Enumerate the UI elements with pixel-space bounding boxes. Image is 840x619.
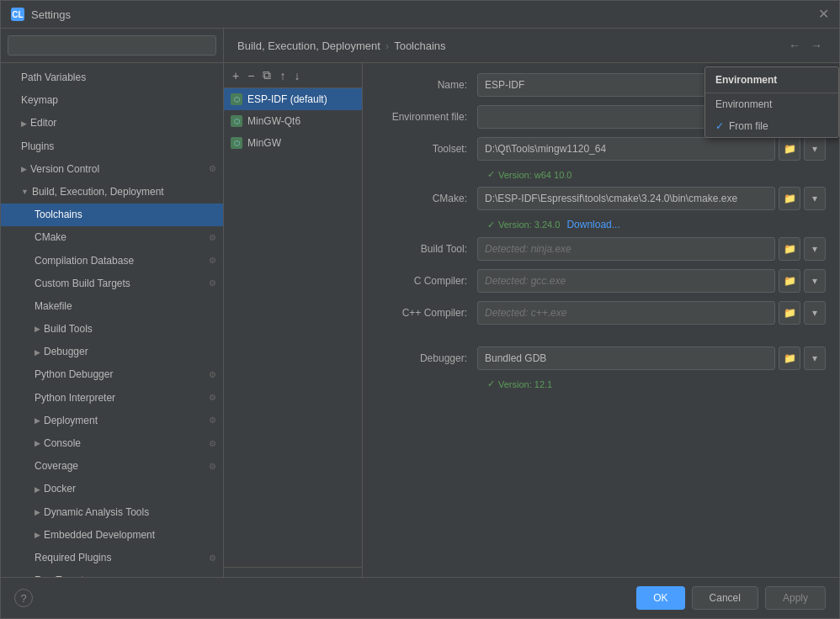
sidebar-item-debugger[interactable]: ▶ Debugger [1, 341, 223, 363]
sidebar-item-run-targets[interactable]: Run Targets ⚙ [1, 569, 223, 577]
search-input[interactable] [8, 35, 216, 56]
expand-icon: ▶ [35, 506, 40, 518]
sidebar-item-compilation-db[interactable]: Compilation Database ⚙ [1, 250, 223, 272]
move-down-button[interactable]: ↓ [290, 66, 303, 84]
cmake-browse-button[interactable]: 📁 [779, 187, 800, 210]
move-up-button[interactable]: ↑ [276, 66, 289, 84]
config-icon: ⚙ [209, 231, 216, 245]
cpp-compiler-label: C++ Compiler: [376, 307, 477, 319]
check-icon: ✓ [487, 169, 495, 180]
dropdown-item-from-file[interactable]: ✓ From file [705, 115, 838, 137]
sidebar-item-dynamic-analysis[interactable]: ▶ Dynamic Analysis Tools [1, 501, 223, 524]
cpp-compiler-browse-button[interactable]: 📁 [779, 301, 800, 325]
sidebar-item-path-variables[interactable]: Path Variables [1, 66, 223, 89]
toolset-control: 📁 ▾ [477, 137, 826, 161]
debugger-dropdown-button[interactable]: ▾ [804, 347, 826, 370]
sidebar-label: Embedded Development [44, 527, 155, 543]
toolchain-item[interactable]: ⬡ ESP-IDF (default) [224, 88, 362, 110]
toolset-browse-button[interactable]: 📁 [779, 137, 800, 161]
name-label: Name: [376, 79, 477, 91]
config-icon: ⚙ [209, 391, 216, 405]
sidebar-item-editor[interactable]: ▶ Editor [1, 112, 223, 135]
sidebar-item-python-debugger[interactable]: Python Debugger ⚙ [1, 363, 223, 386]
sidebar-label: CMake [35, 230, 66, 246]
sidebar-item-plugins[interactable]: Plugins [1, 135, 223, 158]
sidebar-item-docker[interactable]: ▶ Docker [1, 478, 223, 500]
config-icon: ⚙ [209, 277, 216, 290]
config-icon: ⚙ [209, 254, 216, 267]
cancel-button[interactable]: Cancel [692, 586, 758, 610]
sidebar-item-required-plugins[interactable]: Required Plugins ⚙ [1, 547, 223, 569]
cpp-compiler-dropdown-button[interactable]: ▾ [804, 301, 826, 325]
c-compiler-input[interactable] [477, 269, 775, 293]
sidebar-item-embedded-dev[interactable]: ▶ Embedded Development [1, 524, 223, 547]
sidebar-label: Compilation Database [35, 253, 134, 269]
cmake-input[interactable] [477, 187, 775, 210]
check-icon: ✓ [715, 120, 724, 132]
nav-back-button[interactable]: ← [785, 37, 804, 54]
sidebar-item-makefile[interactable]: Makefile [1, 295, 223, 318]
expand-icon: ▶ [21, 118, 27, 130]
debugger-row: Debugger: 📁 ▾ [376, 347, 826, 370]
sidebar-item-coverage[interactable]: Coverage ⚙ [1, 455, 223, 478]
cmake-version: Version: 3.24.0 [498, 220, 560, 230]
sidebar-label: Dynamic Analysis Tools [44, 505, 149, 521]
apply-button[interactable]: Apply [765, 586, 826, 610]
build-tool-browse-button[interactable]: 📁 [779, 237, 800, 261]
close-button[interactable]: ✕ [818, 8, 829, 21]
right-panel: Build, Execution, Deployment › Toolchain… [224, 29, 839, 577]
breadcrumb-parent: Build, Execution, Deployment [237, 40, 380, 52]
toolchain-icon: ⬡ [231, 115, 242, 127]
download-link[interactable]: Download... [566, 219, 619, 230]
c-compiler-control: 📁 ▾ [477, 269, 826, 293]
expand-icon: ▶ [35, 415, 40, 426]
build-tool-dropdown-button[interactable]: ▾ [804, 237, 826, 261]
check-icon: ✓ [487, 378, 495, 389]
cmake-control: 📁 ▾ [477, 187, 826, 210]
toolchain-label: ESP-IDF (default) [247, 93, 327, 105]
debugger-input[interactable] [477, 347, 775, 370]
toolset-version-info: ✓ Version: w64 10.0 [376, 169, 826, 180]
cpp-compiler-row: C++ Compiler: 📁 ▾ [376, 301, 826, 325]
copy-toolchain-button[interactable]: ⧉ [259, 66, 274, 84]
debugger-browse-button[interactable]: 📁 [779, 347, 800, 370]
toolchain-item[interactable]: ⬡ MinGW [224, 132, 362, 154]
panel-header: Build, Execution, Deployment › Toolchain… [224, 29, 839, 63]
dropdown-item-environment[interactable]: Environment [705, 93, 838, 115]
sidebar-item-version-control[interactable]: ▶ Version Control ⚙ [1, 158, 223, 181]
sidebar-label: Keymap [21, 93, 58, 108]
sidebar-label: Docker [44, 481, 76, 497]
debugger-control: 📁 ▾ [477, 347, 826, 370]
build-tool-input[interactable] [477, 237, 775, 261]
cmake-dropdown-button[interactable]: ▾ [804, 187, 826, 210]
toolchains-list: + − ⧉ ↑ ↓ ⬡ ESP-IDF (default) ⬡ Min [224, 63, 363, 577]
sidebar-item-custom-build[interactable]: Custom Build Targets ⚙ [1, 272, 223, 295]
environment-dropdown: Environment Environment ✓ From file [704, 66, 839, 138]
sidebar-label: Python Interpreter [35, 390, 115, 406]
dropdown-item-label: From file [729, 120, 768, 132]
sidebar-label: Editor [30, 115, 56, 131]
sidebar-item-build-tools[interactable]: ▶ Build Tools [1, 318, 223, 341]
nav-forward-button[interactable]: → [807, 37, 826, 54]
help-button[interactable]: ? [14, 589, 33, 607]
c-compiler-dropdown-button[interactable]: ▾ [804, 269, 826, 293]
toolset-dropdown-button[interactable]: ▾ [804, 137, 826, 161]
sidebar-item-keymap[interactable]: Keymap [1, 89, 223, 112]
remove-toolchain-button[interactable]: − [244, 66, 258, 84]
sidebar-item-cmake[interactable]: CMake ⚙ [1, 226, 223, 249]
sidebar-item-deployment[interactable]: ▶ Deployment ⚙ [1, 410, 223, 432]
toolchain-items: ⬡ ESP-IDF (default) ⬡ MinGW-Qt6 ⬡ MinGW [224, 88, 362, 567]
toolchain-item[interactable]: ⬡ MinGW-Qt6 [224, 110, 362, 132]
sidebar-item-build-execution[interactable]: ▼ Build, Execution, Deployment [1, 181, 223, 204]
add-toolchain-button[interactable]: + [229, 66, 242, 84]
cpp-compiler-input[interactable] [477, 301, 775, 325]
sidebar-nav: Path Variables Keymap ▶ Editor Plugins ▶… [1, 63, 223, 577]
check-icon: ✓ [487, 220, 495, 230]
sidebar-item-toolchains[interactable]: Toolchains [1, 204, 223, 226]
sidebar-item-python-interpreter[interactable]: Python Interpreter ⚙ [1, 387, 223, 410]
sidebar-item-console[interactable]: ▶ Console ⚙ [1, 432, 223, 455]
c-compiler-browse-button[interactable]: 📁 [779, 269, 800, 293]
toolset-input[interactable] [477, 137, 775, 161]
ok-button[interactable]: OK [636, 586, 684, 610]
name-input[interactable] [477, 73, 719, 97]
